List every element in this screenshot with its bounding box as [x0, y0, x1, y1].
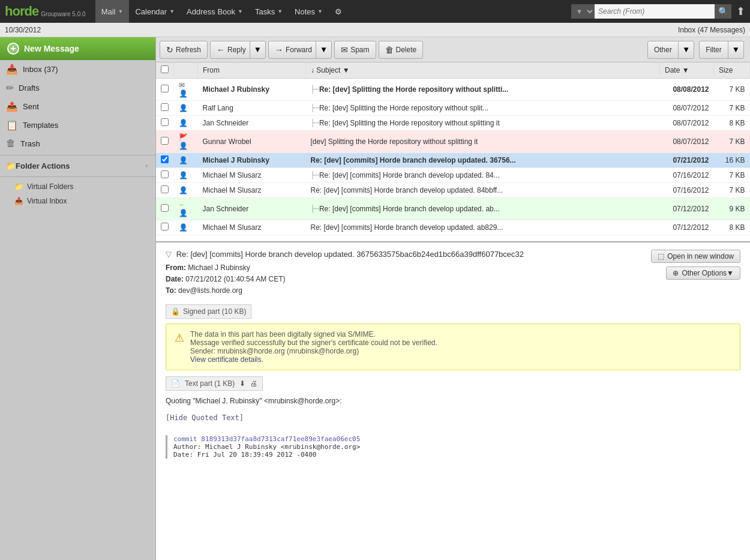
plus-icon: +	[7, 43, 19, 55]
sidebar-item-trash[interactable]: 🗑 Trash	[0, 134, 155, 152]
col-from[interactable]: From	[198, 62, 306, 79]
search-button[interactable]: 🔍	[715, 4, 731, 19]
row-checkbox[interactable]	[161, 85, 169, 92]
row-checkbox[interactable]	[161, 155, 169, 163]
quoted-block: commit 8189313d37faa8d7313caf71ee89e3fae…	[166, 435, 740, 459]
row-subject: [dev] Splitting the Horde repository wit…	[306, 131, 660, 153]
current-date: 10/30/2012	[5, 26, 41, 34]
text-part-header: 📄 Text part (1 KB) ⬇ 🖨	[166, 376, 263, 391]
sidebar-item-drafts[interactable]: ✏ Drafts	[0, 79, 155, 97]
col-checkbox[interactable]	[156, 62, 174, 79]
reply-dropdown-button[interactable]: ▼	[250, 41, 266, 59]
nav-notes[interactable]: Notes ▼	[289, 0, 329, 23]
search-area: ▼ 🔍 ⬆	[571, 4, 745, 19]
col-date[interactable]: Date ▼	[660, 62, 714, 79]
row-checkbox[interactable]	[161, 118, 169, 126]
nav-calendar[interactable]: Calendar ▼	[129, 0, 181, 23]
row-checkbox[interactable]	[161, 185, 169, 193]
col-subject[interactable]: ↓ Subject ▼	[306, 62, 660, 79]
table-row[interactable]: ←👤Jan Schneider├─Re: [dev] [commits] Hor…	[156, 198, 750, 220]
row-checkbox[interactable]	[161, 223, 169, 230]
virtual-inbox-icon: 📥	[14, 197, 23, 205]
nav-addressbook[interactable]: Address Book ▼	[181, 0, 249, 23]
trash-icon: 🗑	[6, 138, 16, 149]
row-checkbox[interactable]	[161, 103, 169, 111]
row-date: 07/12/2012	[660, 220, 714, 235]
folder-actions-label: Folder Actions	[16, 161, 70, 170]
row-subject: Re: [dev] Template new applications	[306, 235, 660, 243]
row-from: Michael J Rubinsky	[198, 153, 306, 168]
sidebar-item-inbox[interactable]: 📥 Inbox (37)	[0, 60, 155, 79]
sidebar-item-virtual-folders[interactable]: 📁 Virtual Folders	[0, 179, 155, 194]
search-from-select[interactable]: ▼	[571, 4, 595, 19]
open-new-window-button[interactable]: ⬚ Open in new window	[651, 250, 740, 263]
other-dropdown-button[interactable]: ▼	[678, 41, 694, 59]
message-subject: ▽ Re: [dev] [commits] Horde branch devel…	[166, 250, 651, 259]
table-row[interactable]: 👤Ralf Lang├─Re: [dev] Splitting the Hord…	[156, 101, 750, 116]
row-from: Jan Schneider	[198, 116, 306, 131]
inbox-label: Inbox (37)	[23, 65, 149, 74]
row-checkbox[interactable]	[161, 204, 169, 212]
delete-button[interactable]: 🗑 Delete	[379, 41, 424, 59]
row-icons: →👤	[174, 235, 198, 243]
table-row[interactable]: 👤Michael M Slusarz├─Re: [dev] [commits] …	[156, 168, 750, 183]
hide-quoted-text-button[interactable]: [Hide Quoted Text]	[166, 414, 740, 422]
table-row[interactable]: 👤Michael M SlusarzRe: [dev] [commits] Ho…	[156, 220, 750, 235]
new-message-button[interactable]: + New Message	[0, 37, 155, 60]
search-input[interactable]	[595, 4, 715, 19]
forward-dropdown-button[interactable]: ▼	[316, 41, 332, 59]
smime-warning-text: The data in this part has been digitally…	[190, 330, 437, 364]
col-size: Size	[714, 62, 750, 79]
nav-tasks[interactable]: Tasks ▼	[249, 0, 289, 23]
other-options-button[interactable]: ⊕ Other Options ▼	[666, 266, 740, 280]
row-date: 07/21/2012	[660, 153, 714, 168]
message-date-line: Date: 07/21/2012 (01:40:54 AM CET)	[166, 274, 651, 285]
table-row[interactable]: →👤Héctor Moreno BlancoRe: [dev] Template…	[156, 235, 750, 243]
row-size: 8 KB	[714, 220, 750, 235]
signout-button[interactable]: ⬆	[736, 5, 745, 18]
email-list: From ↓ Subject ▼ Date ▼ Size ✉👤Michael J…	[156, 62, 750, 242]
sidebar-divider	[0, 155, 155, 155]
top-navigation: horde Groupware 5.0.0 Mail ▼ Calendar ▼ …	[0, 0, 750, 23]
spam-button[interactable]: ✉ Spam	[334, 41, 376, 59]
row-checkbox[interactable]	[161, 137, 169, 145]
logo-groupware: Groupware 5.0.0	[41, 11, 86, 17]
row-icons: 👤	[174, 168, 198, 183]
table-row[interactable]: ✉👤Michael J Rubinsky├─Re: [dev] Splittin…	[156, 79, 750, 101]
download-icon[interactable]: ⬇	[239, 379, 245, 388]
sidebar-item-templates[interactable]: 📋 Templates	[0, 116, 155, 134]
row-date: 08/07/2012	[660, 116, 714, 131]
row-subject: ├─Re: [dev] [commits] Horde branch devel…	[306, 168, 660, 183]
tasks-arrow: ▼	[277, 8, 283, 14]
folder-actions[interactable]: 📁 Folder Actions ▼	[0, 158, 155, 174]
nav-mail[interactable]: Mail ▼	[95, 0, 130, 23]
other-button[interactable]: Other	[647, 41, 679, 59]
row-from: Héctor Moreno Blanco	[198, 235, 306, 243]
sidebar-item-sent[interactable]: 📤 Sent	[0, 97, 155, 116]
nav-settings[interactable]: ⚙	[329, 0, 348, 23]
message-body: Quoting "Michael J. Rubinsky" <mrubinsk@…	[166, 397, 740, 459]
new-window-icon: ⬚	[658, 252, 664, 260]
sidebar-item-virtual-inbox[interactable]: 📥 Virtual Inbox	[0, 194, 155, 208]
logo-area: horde Groupware 5.0.0	[5, 4, 86, 19]
filter-dropdown-button[interactable]: ▼	[728, 41, 744, 59]
gear-icon: ⚙	[335, 7, 342, 16]
select-all-checkbox[interactable]	[161, 65, 169, 73]
table-row[interactable]: 👤Michael M SlusarzRe: [dev] [commits] Ho…	[156, 183, 750, 198]
table-row[interactable]: 👤Michael J RubinskyRe: [dev] [commits] H…	[156, 153, 750, 168]
row-checkbox[interactable]	[161, 170, 169, 178]
view-cert-link[interactable]: View certificate details.	[190, 355, 437, 364]
reply-button[interactable]: ← Reply	[210, 41, 253, 59]
print-icon[interactable]: 🖨	[250, 379, 257, 388]
table-row[interactable]: 👤Jan Schneider├─Re: [dev] Splitting the …	[156, 116, 750, 131]
table-row[interactable]: 🚩👤Gunnar Wrobel[dev] Splitting the Horde…	[156, 131, 750, 153]
row-icons: 👤	[174, 183, 198, 198]
filter-button[interactable]: Filter	[699, 41, 728, 59]
forward-button[interactable]: → Forward	[268, 41, 319, 59]
row-from: Michael M Slusarz	[198, 183, 306, 198]
document-icon: 📄	[171, 379, 180, 388]
refresh-button[interactable]: ↻ Refresh	[160, 41, 208, 59]
plus-circle-icon: ⊕	[673, 269, 679, 277]
row-date: 07/16/2012	[660, 183, 714, 198]
sidebar: + New Message 📥 Inbox (37) ✏ Drafts 📤 Se…	[0, 37, 156, 560]
